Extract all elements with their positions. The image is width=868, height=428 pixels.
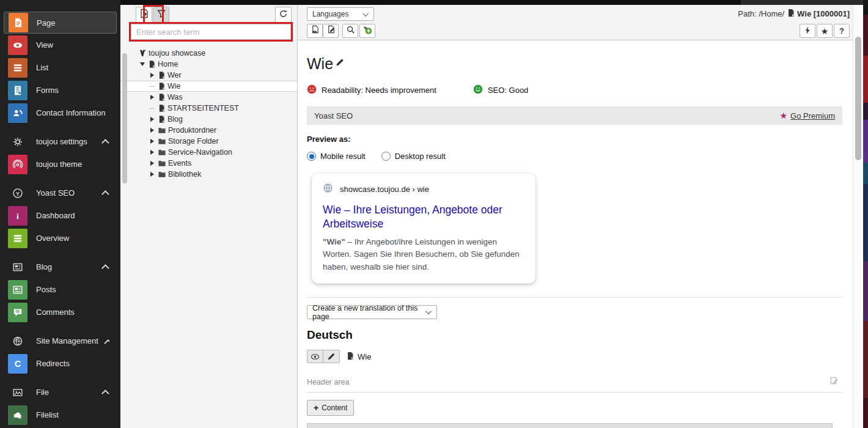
tree-node-produktordner[interactable]: Produktordner <box>120 125 297 136</box>
sidebar-item-comments[interactable]: Comments <box>0 301 120 323</box>
tree-node-label: Wer <box>167 71 182 79</box>
question-icon: ? <box>839 26 844 35</box>
edit-page-properties-button[interactable] <box>323 24 339 38</box>
languages-select-label: Languages <box>312 10 348 18</box>
module-body: Wie Readability: Needs improvement SEO: … <box>298 40 853 428</box>
caret-right-icon[interactable] <box>149 150 155 155</box>
tree-node-toujou-showcase[interactable]: toujou showcase <box>120 48 297 59</box>
sidebar-item-file[interactable]: File <box>0 381 120 404</box>
chevron-up-icon[interactable] <box>101 389 109 397</box>
sidebar-item-contact-information[interactable]: Contact Information <box>0 101 120 124</box>
folder-icon <box>158 149 166 156</box>
page-icon <box>158 93 166 101</box>
caret-right-icon[interactable] <box>149 95 155 100</box>
globe-icon <box>8 331 28 351</box>
caret-down-icon[interactable] <box>139 62 145 66</box>
caret-right-icon[interactable] <box>149 172 155 177</box>
typo3-backend: PageViewListFormsContact Informationtouj… <box>0 0 868 428</box>
shortcut-button[interactable] <box>800 24 815 38</box>
search-input[interactable] <box>131 24 291 40</box>
caret-right-icon[interactable] <box>149 161 155 166</box>
bookmark-button[interactable]: ★ <box>817 24 833 38</box>
tree-node-service-navigation[interactable]: Service-Navigation <box>120 147 297 158</box>
sidebar-item-yoast-seo[interactable]: YYoast SEO <box>0 182 120 204</box>
chevron-up-icon[interactable] <box>101 190 109 198</box>
sidebar-item-toujou-settings[interactable]: toujou settings <box>0 130 120 153</box>
breadcrumb: Path: /Home/ Wie [1000001] <box>738 9 850 19</box>
sidebar-item-page[interactable]: Page <box>4 12 117 34</box>
sidebar-item-overview[interactable]: Overview <box>0 227 120 249</box>
content-scrollbar-thumb[interactable] <box>855 37 861 160</box>
languages-select[interactable]: Languages <box>307 7 374 21</box>
view-webpage-icon <box>311 25 320 37</box>
edit-column-icon[interactable] <box>829 376 839 388</box>
page-tree-panel: toujou showcaseHomeWerWieWasSTARTSEITENT… <box>120 5 298 428</box>
bolt-icon <box>804 26 812 36</box>
tree-scrollbar-thumb[interactable] <box>122 53 127 183</box>
tree-node-storage-folder[interactable]: Storage Folder <box>120 136 297 147</box>
tree-node-blog[interactable]: Blog <box>120 114 297 125</box>
view-language-button[interactable] <box>307 350 323 363</box>
page-icon <box>158 115 166 124</box>
caret-right-icon[interactable] <box>149 128 155 133</box>
edit-title-icon[interactable] <box>336 53 345 73</box>
refresh-tree-button[interactable] <box>275 7 292 23</box>
svg-text:Y: Y <box>16 190 20 196</box>
premium-star-icon: ★ <box>779 111 787 120</box>
chevron-up-icon[interactable] <box>101 139 109 147</box>
filter-icon <box>156 9 166 21</box>
sidebar-item-label: Redirects <box>36 359 70 368</box>
add-content-button[interactable]: + Content <box>307 400 354 416</box>
redirect-icon: C <box>8 354 28 374</box>
sidebar-item-site-management[interactable]: Site Management <box>0 330 120 352</box>
tree-node-bibliothek[interactable]: Bibliothek <box>120 169 297 180</box>
tree-node-home[interactable]: Home <box>120 59 297 70</box>
sidebar-item-forms[interactable]: Forms <box>0 79 120 101</box>
search-button[interactable] <box>342 24 358 38</box>
tree-node-wer[interactable]: Wer <box>120 70 297 81</box>
view-webpage-button[interactable] <box>307 24 323 38</box>
tree-toolbar <box>120 6 297 23</box>
content-element-header[interactable]: Deutsch <box>307 424 832 428</box>
svg-text:i: i <box>17 212 19 221</box>
go-premium-link[interactable]: ★ Go Premium <box>779 111 835 120</box>
tree-node-wie[interactable]: Wie <box>120 81 297 92</box>
translation-select[interactable]: Create a new translation of this page <box>307 305 437 319</box>
sidebar-item-blog[interactable]: Blog <box>0 256 120 278</box>
tree-node-startseitentest[interactable]: STARTSEITENTEST <box>120 103 297 114</box>
caret-right-icon[interactable] <box>149 117 155 122</box>
radio-mobile-result[interactable]: Mobile result <box>307 152 366 161</box>
content-scrollbar[interactable] <box>853 5 863 428</box>
sidebar-item-list[interactable]: List <box>0 56 120 79</box>
chevron-up-icon[interactable] <box>101 264 109 272</box>
chevron-up-icon[interactable] <box>104 339 109 345</box>
sidebar-item-view[interactable]: View <box>0 34 120 56</box>
typo3-icon <box>138 49 147 57</box>
serp-url: showcase.toujou.de › wie <box>340 185 429 194</box>
sidebar-item-dashboard[interactable]: iDashboard <box>0 204 120 227</box>
sidebar-item-label: Posts <box>36 285 56 294</box>
tree-node-was[interactable]: Was <box>120 92 297 103</box>
yoast-panel-title: Yoast SEO <box>314 111 353 120</box>
caret-right-icon[interactable] <box>149 139 155 144</box>
tree-node-events[interactable]: Events <box>120 158 297 169</box>
filter-button[interactable] <box>153 7 169 23</box>
sidebar-item-toujou-theme[interactable]: toujou theme <box>0 153 120 175</box>
sidebar-item-filelist[interactable]: Filelist <box>0 404 120 426</box>
new-content-button[interactable] <box>359 24 375 38</box>
serp-title-link[interactable]: Wie – Ihre Leistungen, Angebote oder Arb… <box>323 203 524 231</box>
search-icon <box>346 25 355 37</box>
caret-right-icon[interactable] <box>149 73 155 78</box>
news-icon <box>8 257 28 277</box>
svg-text:C: C <box>15 359 21 369</box>
yoast-icon: Y <box>8 183 28 203</box>
yoast-panel-header[interactable]: Yoast SEO ★ Go Premium <box>307 106 842 125</box>
news-icon <box>8 280 28 300</box>
sidebar-item-posts[interactable]: Posts <box>0 278 120 301</box>
new-page-button[interactable] <box>136 7 152 23</box>
help-button[interactable]: ? <box>834 24 850 38</box>
radio-desktop-result[interactable]: Desktop result <box>381 152 446 161</box>
sidebar-item-redirects[interactable]: CRedirects <box>0 352 120 375</box>
edit-language-button[interactable] <box>323 350 340 363</box>
view-icon <box>8 35 28 55</box>
